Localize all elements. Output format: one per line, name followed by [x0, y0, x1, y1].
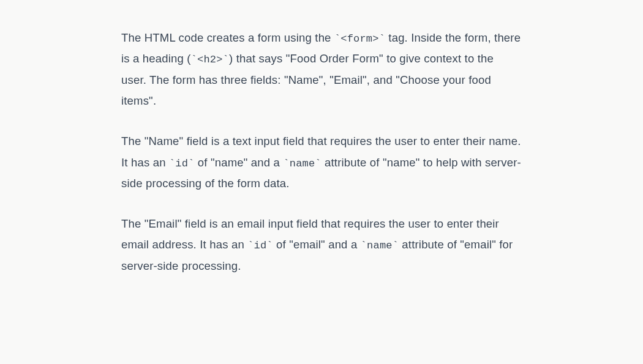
text-segment: The HTML code creates a form using the	[121, 31, 334, 44]
inline-code: name	[361, 240, 399, 251]
paragraph-1: The HTML code creates a form using the <…	[121, 28, 522, 111]
inline-code: <form>	[334, 33, 385, 45]
paragraph-2: The "Name" field is a text input field t…	[121, 131, 522, 194]
text-segment: of "name" and a	[195, 156, 284, 169]
inline-code: <h2>	[191, 54, 229, 65]
paragraph-3: The "Email" field is an email input fiel…	[121, 214, 522, 277]
inline-code: id	[169, 158, 195, 169]
text-segment: of "email" and a	[273, 238, 361, 251]
inline-code: id	[247, 240, 273, 251]
inline-code: name	[283, 158, 321, 169]
